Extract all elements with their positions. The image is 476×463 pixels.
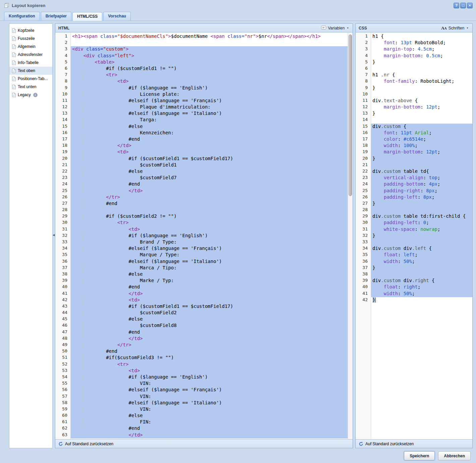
code-line-17[interactable]: color: #c6514e; xyxy=(371,136,472,143)
code-line-25[interactable]: </td> xyxy=(71,188,348,194)
code-line-29[interactable]: div.custom table td:first-child { xyxy=(371,213,472,220)
code-line-16[interactable]: Kennzeichen: xyxy=(71,130,348,136)
code-line-33[interactable]: Brand / Type: xyxy=(71,239,348,246)
sidebar-item-positionen-tab[interactable]: Positionen-Tab... xyxy=(9,75,52,83)
code-line-5[interactable]: <table> xyxy=(71,59,348,66)
code-line-38[interactable]: #else xyxy=(71,271,348,278)
code-line-3[interactable]: <div class="custom"> xyxy=(71,46,348,53)
html-reset-default-link[interactable]: Auf Standard zurücksetzen xyxy=(65,442,113,446)
code-line-50[interactable]: #end xyxy=(71,348,348,355)
code-line-16[interactable]: font: 11pt Arial; xyxy=(371,130,472,136)
code-line-41[interactable]: </td> xyxy=(71,291,348,297)
code-line-47[interactable]: #end xyxy=(71,329,348,336)
code-line-42[interactable]: <td> xyxy=(71,297,348,304)
code-line-10[interactable]: License plate: xyxy=(71,91,348,98)
schriften-button[interactable]: AASchriften▼ xyxy=(440,25,470,31)
code-line-49[interactable]: </tr> xyxy=(71,342,348,348)
code-line-44[interactable]: $customField2 xyxy=(71,310,348,316)
cancel-button[interactable]: Abbrechen xyxy=(438,451,471,460)
code-line-30[interactable]: padding-left: 0; xyxy=(371,220,472,226)
tab-briefpapier[interactable]: Briefpapier xyxy=(41,12,71,20)
code-line-23[interactable]: $customField7 xyxy=(71,175,348,181)
maximize-tool[interactable]: □ xyxy=(460,3,466,8)
code-line-11[interactable]: #elseif ($language == 'Français') xyxy=(71,98,348,104)
code-line-33[interactable] xyxy=(371,239,472,246)
code-line-26[interactable]: padding-left: 8px; xyxy=(371,194,472,201)
code-line-34[interactable]: #elseif ($language == 'Français') xyxy=(71,246,348,252)
sidebar-item-text-oben[interactable]: Text oben xyxy=(9,67,52,75)
code-line-36[interactable]: width: 50%; xyxy=(371,259,472,265)
code-line-42[interactable]: } xyxy=(371,297,472,304)
code-line-14[interactable] xyxy=(371,117,472,123)
close-tool[interactable]: × xyxy=(467,3,473,8)
code-line-43[interactable]: #if ($customField1 == $customField17) xyxy=(71,304,348,310)
code-line-23[interactable]: vertical-align: top; xyxy=(371,175,472,181)
code-line-12[interactable]: Plaque d'immatriculation: xyxy=(71,104,348,111)
code-line-58[interactable]: #elseif ($language == 'Italiano') xyxy=(71,400,348,406)
code-line-52[interactable]: <tr> xyxy=(71,361,348,368)
code-line-17[interactable]: #end xyxy=(71,136,348,143)
variablen-button[interactable]: Variablen▼ xyxy=(320,25,350,31)
code-line-56[interactable]: #elseif ($language == 'Français') xyxy=(71,387,348,393)
code-line-10[interactable] xyxy=(371,91,472,98)
sidebar-item-kopfzeile[interactable]: Kopfzeile xyxy=(9,26,52,35)
code-line-6[interactable]: #if ($customField1 != "") xyxy=(71,66,348,72)
code-line-22[interactable]: div.custom table td{ xyxy=(371,169,472,175)
sidebar-item-info-tabelle[interactable]: Info-Tabelle xyxy=(9,59,52,67)
code-line-32[interactable]: } xyxy=(371,233,472,239)
code-line-27[interactable]: #end xyxy=(71,201,348,207)
code-line-20[interactable]: #if ($customField1 == $customField17) xyxy=(71,156,348,162)
collapse-sidebar-icon[interactable]: ◀ xyxy=(53,234,55,237)
code-line-32[interactable]: #if ($language == 'English') xyxy=(71,233,348,239)
code-line-37[interactable]: } xyxy=(371,265,472,271)
code-line-25[interactable]: padding-right: 8px; xyxy=(371,188,472,194)
code-line-40[interactable]: #end xyxy=(71,284,348,290)
code-line-11[interactable]: div.text-above { xyxy=(371,98,472,104)
code-line-1[interactable]: h1 { xyxy=(371,34,472,40)
html-code-area[interactable]: <h1><span class="$documentNameCls">$docu… xyxy=(71,32,348,439)
code-line-61[interactable]: FIN: xyxy=(71,419,348,425)
code-line-30[interactable]: <tr> xyxy=(71,220,348,226)
code-line-34[interactable]: div.custom div.left { xyxy=(371,246,472,252)
code-line-27[interactable]: } xyxy=(371,201,472,207)
code-line-48[interactable]: </td> xyxy=(71,336,348,342)
tab-vorschau[interactable]: Vorschau xyxy=(103,12,131,20)
code-line-14[interactable]: Targa: xyxy=(71,117,348,123)
code-line-20[interactable]: } xyxy=(371,156,472,162)
tab-konfiguration[interactable]: Konfiguration xyxy=(4,12,40,20)
code-line-7[interactable]: <tr> xyxy=(71,72,348,78)
code-line-6[interactable] xyxy=(371,66,472,72)
scrollbar-thumb[interactable] xyxy=(349,35,352,196)
code-line-39[interactable]: Marke / Typ: xyxy=(71,278,348,284)
code-line-62[interactable]: #end xyxy=(71,425,348,432)
sidebar-item-legacy[interactable]: Legacyi xyxy=(9,91,52,99)
code-line-13[interactable]: } xyxy=(371,111,472,117)
code-line-7[interactable]: h1 .nr { xyxy=(371,72,472,78)
tab-html-css[interactable]: HTML/CSS xyxy=(72,12,102,21)
code-line-31[interactable]: <td> xyxy=(71,226,348,233)
code-line-4[interactable]: margin-bottom: 0.5cm; xyxy=(371,53,472,59)
code-line-8[interactable]: <td> xyxy=(71,78,348,85)
help-tool[interactable]: ? xyxy=(454,3,459,8)
code-line-19[interactable]: margin-bottom: 12pt; xyxy=(371,149,472,155)
code-line-24[interactable]: padding-bottom: 4px; xyxy=(371,181,472,188)
code-line-45[interactable]: #else xyxy=(71,316,348,323)
code-line-38[interactable] xyxy=(371,271,472,278)
code-line-4[interactable]: <div class="left"> xyxy=(71,53,348,59)
code-line-18[interactable]: </td> xyxy=(71,143,348,149)
css-code-area[interactable]: h1 { font: 13pt RobotoBold; margin-top: … xyxy=(371,32,472,439)
code-line-9[interactable]: } xyxy=(371,85,472,91)
code-line-55[interactable]: VIN: xyxy=(71,381,348,387)
code-line-60[interactable]: #else xyxy=(71,413,348,419)
sidebar-item-text-unten[interactable]: Text unten xyxy=(9,83,52,91)
code-line-1[interactable]: <h1><span class="$documentNameCls">$docu… xyxy=(71,34,348,40)
code-line-22[interactable]: #else xyxy=(71,169,348,175)
info-icon[interactable]: i xyxy=(33,93,38,97)
code-line-40[interactable]: float: right; xyxy=(371,284,472,290)
code-line-51[interactable]: #if($customField3 != "") xyxy=(71,355,348,361)
code-line-39[interactable]: div.custom div.right { xyxy=(371,278,472,284)
code-line-63[interactable]: </td> xyxy=(71,432,348,439)
code-line-9[interactable]: #if ($language == 'English') xyxy=(71,85,348,91)
code-line-54[interactable]: #if ($language == 'English') xyxy=(71,374,348,381)
code-line-2[interactable] xyxy=(71,40,348,46)
